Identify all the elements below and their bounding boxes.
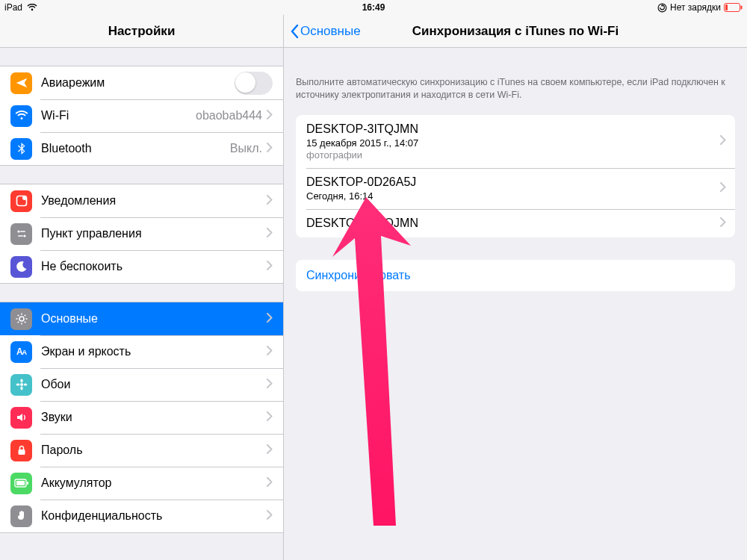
back-button[interactable]: Основные xyxy=(290,24,361,39)
chevron-right-icon xyxy=(267,411,273,424)
sidebar-item-label: Пункт управления xyxy=(41,227,262,240)
svg-line-18 xyxy=(24,315,25,316)
svg-point-5 xyxy=(22,196,27,200)
chevron-right-icon xyxy=(720,217,726,230)
sidebar-item-label: Уведомления xyxy=(41,194,262,208)
sidebar-item-dnd[interactable]: Не беспокоить xyxy=(0,250,283,283)
computer-name: DESKTOP-3ITQJMN xyxy=(306,122,725,136)
sidebar-item-label: Основные xyxy=(41,312,262,326)
notifications-icon xyxy=(10,190,32,212)
annotation-arrow xyxy=(306,197,448,541)
sidebar-item-notifications[interactable]: Уведомления xyxy=(0,184,283,217)
svg-rect-3 xyxy=(725,4,728,10)
sidebar-item-label: Не беспокоить xyxy=(41,260,262,273)
sidebar-item-label: Bluetooth xyxy=(41,142,230,155)
status-time: 16:49 xyxy=(0,2,747,13)
privacy-icon xyxy=(10,505,32,527)
chevron-right-icon xyxy=(267,109,273,122)
control-center-icon xyxy=(10,223,32,245)
svg-rect-24 xyxy=(18,449,25,455)
display-icon: AA xyxy=(10,341,32,363)
sidebar-title: Настройки xyxy=(0,15,283,48)
svg-rect-26 xyxy=(27,482,28,485)
sidebar-item-privacy[interactable]: Конфиденциальность xyxy=(0,500,283,532)
rotation-lock-icon xyxy=(657,3,667,13)
svg-point-21 xyxy=(20,387,22,391)
computer-name: DESKTOP-0D26A5J xyxy=(306,175,725,189)
chevron-right-icon xyxy=(267,142,273,155)
svg-point-22 xyxy=(16,383,19,385)
computer-sync-time: Сегодня, 16:14 xyxy=(306,190,725,202)
sidebar-item-wallpaper[interactable]: Обои xyxy=(0,368,283,401)
svg-rect-2 xyxy=(741,6,743,10)
svg-point-23 xyxy=(23,383,27,385)
sync-block: Синхронизировать xyxy=(296,260,735,291)
status-bar: iPad 16:49 Нет зарядки xyxy=(0,0,747,15)
sidebar-item-passcode[interactable]: Пароль xyxy=(0,434,283,467)
sidebar-item-airplane[interactable]: Авиарежим xyxy=(0,66,283,99)
device-label: iPad xyxy=(4,2,22,13)
sidebar-item-label: Пароль xyxy=(41,444,262,457)
chevron-right-icon xyxy=(267,312,273,326)
svg-point-8 xyxy=(23,234,25,237)
sidebar-item-sounds[interactable]: Звуки xyxy=(0,401,283,434)
svg-point-20 xyxy=(20,379,22,383)
svg-line-16 xyxy=(24,322,25,323)
chevron-right-icon xyxy=(267,227,273,240)
sidebar-item-label: Обои xyxy=(41,378,262,391)
sidebar-item-label: Авиарежим xyxy=(41,76,235,90)
computer-sync-meta: фотографии xyxy=(306,149,725,161)
chevron-right-icon xyxy=(267,378,273,391)
chevron-right-icon xyxy=(267,476,273,490)
sidebar-item-wifi[interactable]: Wi-Fiobaobab444 xyxy=(0,99,283,132)
svg-line-15 xyxy=(17,315,18,316)
computer-row[interactable]: DESKTOP-3ITQJMN xyxy=(296,209,735,237)
settings-sidebar: Настройки АвиарежимWi-Fiobaobab444Blueto… xyxy=(0,15,284,560)
chevron-right-icon xyxy=(267,444,273,457)
svg-rect-27 xyxy=(16,481,25,485)
battery-icon xyxy=(724,3,743,12)
sidebar-item-display[interactable]: AAЭкран и яркость xyxy=(0,335,283,368)
computer-row[interactable]: DESKTOP-0D26A5JСегодня, 16:14 xyxy=(296,168,735,209)
sidebar-item-battery[interactable]: Аккумулятор xyxy=(0,467,283,500)
sidebar-item-control-center[interactable]: Пункт управления xyxy=(0,217,283,250)
chevron-right-icon xyxy=(267,509,273,523)
dnd-icon xyxy=(10,256,32,278)
sync-now-button[interactable]: Синхронизировать xyxy=(296,260,735,291)
sounds-icon xyxy=(10,407,32,429)
svg-point-6 xyxy=(17,230,19,232)
svg-rect-7 xyxy=(20,231,25,232)
svg-point-19 xyxy=(20,383,23,386)
airplane-icon xyxy=(10,72,32,94)
detail-title: Синхронизация с iTunes по Wi-Fi xyxy=(412,24,619,39)
chevron-right-icon xyxy=(720,181,726,195)
wifi-status-icon xyxy=(27,4,37,11)
back-label: Основные xyxy=(300,24,361,39)
general-icon xyxy=(10,308,32,330)
chevron-right-icon xyxy=(267,345,273,358)
detail-description: Выполните автоматическую синхронизацию с… xyxy=(284,70,747,106)
battery-icon xyxy=(10,473,32,494)
wifi-icon xyxy=(10,105,32,127)
detail-pane: Основные Синхронизация с iTunes по Wi-Fi… xyxy=(284,15,747,560)
sidebar-item-general[interactable]: Основные xyxy=(0,302,283,335)
sidebar-item-label: Звуки xyxy=(41,411,262,424)
sidebar-item-label: Экран и яркость xyxy=(41,345,262,358)
sidebar-item-label: Wi-Fi xyxy=(41,109,196,122)
battery-status-text: Нет зарядки xyxy=(670,2,721,13)
sidebar-item-label: Конфиденциальность xyxy=(41,509,262,523)
sidebar-item-bluetooth[interactable]: BluetoothВыкл. xyxy=(0,132,283,165)
chevron-right-icon xyxy=(720,134,726,148)
bluetooth-icon xyxy=(10,138,32,160)
svg-line-17 xyxy=(17,322,18,323)
computers-list: DESKTOP-3ITQJMN15 декабря 2015 г., 14:07… xyxy=(296,115,735,237)
wifi-value: obaobab444 xyxy=(196,109,262,122)
svg-rect-9 xyxy=(18,235,23,237)
chevron-right-icon xyxy=(267,260,273,273)
passcode-icon xyxy=(10,440,32,461)
computer-name: DESKTOP-3ITQJMN xyxy=(306,217,725,230)
detail-header: Основные Синхронизация с iTunes по Wi-Fi xyxy=(284,15,747,48)
airplane-toggle[interactable] xyxy=(235,72,273,95)
bluetooth-value: Выкл. xyxy=(230,142,262,155)
computer-row[interactable]: DESKTOP-3ITQJMN15 декабря 2015 г., 14:07… xyxy=(296,115,735,168)
